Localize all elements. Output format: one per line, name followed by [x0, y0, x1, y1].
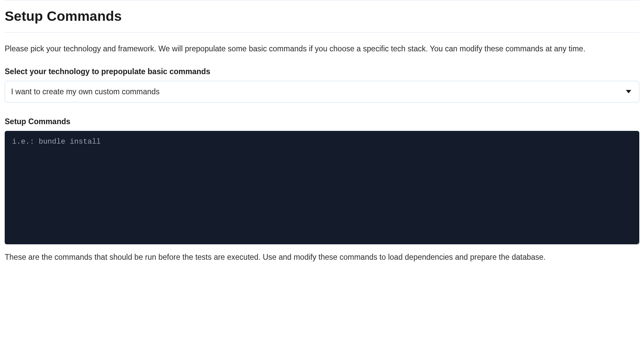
technology-select-label: Select your technology to prepopulate ba… [5, 67, 639, 76]
page-title: Setup Commands [5, 8, 639, 24]
setup-commands-label: Setup Commands [5, 117, 639, 126]
technology-select[interactable]: I want to create my own custom commands [5, 81, 639, 102]
setup-commands-helper: These are the commands that should be ru… [5, 252, 639, 263]
technology-select-wrapper: I want to create my own custom commands [5, 81, 639, 102]
page-description: Please pick your technology and framewor… [5, 43, 639, 54]
top-divider [5, 0, 639, 0]
setup-commands-input[interactable] [5, 131, 639, 244]
title-divider [5, 32, 639, 33]
